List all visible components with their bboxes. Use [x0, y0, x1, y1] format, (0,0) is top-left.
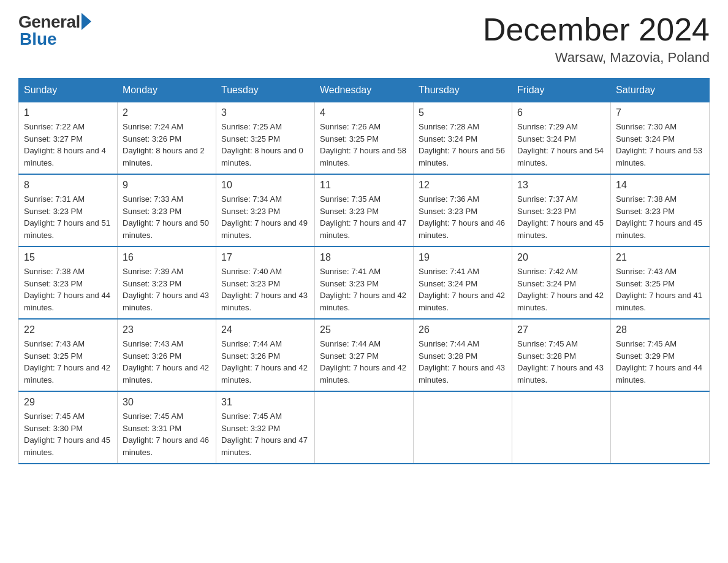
calendar-week-row: 15Sunrise: 7:38 AMSunset: 3:23 PMDayligh…: [19, 247, 710, 319]
calendar-week-row: 29Sunrise: 7:45 AMSunset: 3:30 PMDayligh…: [19, 391, 710, 464]
day-number: 18: [320, 252, 408, 263]
calendar-cell: 14Sunrise: 7:38 AMSunset: 3:23 PMDayligh…: [611, 174, 710, 247]
calendar-cell: 24Sunrise: 7:44 AMSunset: 3:26 PMDayligh…: [216, 319, 315, 391]
calendar-cell: 29Sunrise: 7:45 AMSunset: 3:30 PMDayligh…: [19, 391, 118, 464]
col-header-monday: Monday: [118, 79, 216, 102]
logo-blue-text: Blue: [20, 29, 57, 49]
calendar-cell: 15Sunrise: 7:38 AMSunset: 3:23 PMDayligh…: [19, 247, 118, 319]
calendar-cell: 27Sunrise: 7:45 AMSunset: 3:28 PMDayligh…: [512, 319, 611, 391]
day-number: 22: [24, 324, 112, 335]
calendar-cell: 11Sunrise: 7:35 AMSunset: 3:23 PMDayligh…: [315, 174, 414, 247]
calendar-cell: [512, 391, 611, 464]
calendar-cell: 30Sunrise: 7:45 AMSunset: 3:31 PMDayligh…: [118, 391, 216, 464]
day-info: Sunrise: 7:38 AMSunset: 3:23 PMDaylight:…: [616, 193, 704, 241]
day-number: 30: [123, 397, 211, 408]
day-number: 24: [221, 324, 309, 335]
day-number: 3: [221, 107, 309, 118]
day-number: 12: [419, 180, 507, 191]
day-number: 20: [517, 252, 605, 263]
day-number: 2: [123, 107, 211, 118]
day-number: 19: [419, 252, 507, 263]
calendar-cell: 21Sunrise: 7:43 AMSunset: 3:25 PMDayligh…: [611, 247, 710, 319]
day-info: Sunrise: 7:43 AMSunset: 3:26 PMDaylight:…: [123, 338, 211, 386]
day-info: Sunrise: 7:34 AMSunset: 3:23 PMDaylight:…: [221, 193, 309, 241]
calendar-cell: [315, 391, 414, 464]
day-number: 9: [123, 180, 211, 191]
calendar-cell: 31Sunrise: 7:45 AMSunset: 3:32 PMDayligh…: [216, 391, 315, 464]
day-info: Sunrise: 7:44 AMSunset: 3:26 PMDaylight:…: [221, 338, 309, 386]
day-number: 25: [320, 324, 408, 335]
calendar-cell: 16Sunrise: 7:39 AMSunset: 3:23 PMDayligh…: [118, 247, 216, 319]
day-number: 6: [517, 107, 605, 118]
calendar-cell: 18Sunrise: 7:41 AMSunset: 3:23 PMDayligh…: [315, 247, 414, 319]
calendar-cell: 23Sunrise: 7:43 AMSunset: 3:26 PMDayligh…: [118, 319, 216, 391]
day-number: 10: [221, 180, 309, 191]
day-info: Sunrise: 7:36 AMSunset: 3:23 PMDaylight:…: [419, 193, 507, 241]
calendar-cell: 6Sunrise: 7:29 AMSunset: 3:24 PMDaylight…: [512, 102, 611, 175]
day-number: 4: [320, 107, 408, 118]
calendar-cell: 4Sunrise: 7:26 AMSunset: 3:25 PMDaylight…: [315, 102, 414, 175]
calendar-cell: 13Sunrise: 7:37 AMSunset: 3:23 PMDayligh…: [512, 174, 611, 247]
calendar-cell: 8Sunrise: 7:31 AMSunset: 3:23 PMDaylight…: [19, 174, 118, 247]
month-title: December 2024: [483, 12, 710, 47]
calendar-table: SundayMondayTuesdayWednesdayThursdayFrid…: [18, 78, 710, 464]
day-info: Sunrise: 7:29 AMSunset: 3:24 PMDaylight:…: [517, 121, 605, 169]
day-number: 1: [24, 107, 112, 118]
day-info: Sunrise: 7:22 AMSunset: 3:27 PMDaylight:…: [24, 121, 112, 169]
col-header-sunday: Sunday: [19, 79, 118, 102]
day-info: Sunrise: 7:33 AMSunset: 3:23 PMDaylight:…: [123, 193, 211, 241]
day-info: Sunrise: 7:40 AMSunset: 3:23 PMDaylight:…: [221, 266, 309, 313]
day-number: 17: [221, 252, 309, 263]
day-info: Sunrise: 7:26 AMSunset: 3:25 PMDaylight:…: [320, 121, 408, 169]
calendar-week-row: 22Sunrise: 7:43 AMSunset: 3:25 PMDayligh…: [19, 319, 710, 391]
calendar-cell: 25Sunrise: 7:44 AMSunset: 3:27 PMDayligh…: [315, 319, 414, 391]
day-info: Sunrise: 7:45 AMSunset: 3:31 PMDaylight:…: [123, 410, 211, 458]
day-info: Sunrise: 7:44 AMSunset: 3:28 PMDaylight:…: [419, 338, 507, 386]
day-number: 15: [24, 252, 112, 263]
calendar-cell: [414, 391, 512, 464]
calendar-cell: 19Sunrise: 7:41 AMSunset: 3:24 PMDayligh…: [414, 247, 512, 319]
day-number: 5: [419, 107, 507, 118]
calendar-cell: 10Sunrise: 7:34 AMSunset: 3:23 PMDayligh…: [216, 174, 315, 247]
logo-arrow-icon: [82, 13, 91, 30]
calendar-header-row: SundayMondayTuesdayWednesdayThursdayFrid…: [19, 79, 710, 102]
col-header-saturday: Saturday: [611, 79, 710, 102]
day-info: Sunrise: 7:38 AMSunset: 3:23 PMDaylight:…: [24, 266, 112, 313]
day-info: Sunrise: 7:45 AMSunset: 3:29 PMDaylight:…: [616, 338, 704, 386]
day-number: 26: [419, 324, 507, 335]
title-area: December 2024 Warsaw, Mazovia, Poland: [483, 12, 710, 66]
day-info: Sunrise: 7:28 AMSunset: 3:24 PMDaylight:…: [419, 121, 507, 169]
day-info: Sunrise: 7:35 AMSunset: 3:23 PMDaylight:…: [320, 193, 408, 241]
col-header-thursday: Thursday: [414, 79, 512, 102]
day-number: 23: [123, 324, 211, 335]
day-info: Sunrise: 7:45 AMSunset: 3:28 PMDaylight:…: [517, 338, 605, 386]
calendar-cell: 22Sunrise: 7:43 AMSunset: 3:25 PMDayligh…: [19, 319, 118, 391]
calendar-cell: 2Sunrise: 7:24 AMSunset: 3:26 PMDaylight…: [118, 102, 216, 175]
day-number: 13: [517, 180, 605, 191]
day-number: 28: [616, 324, 704, 335]
day-info: Sunrise: 7:31 AMSunset: 3:23 PMDaylight:…: [24, 193, 112, 241]
calendar-cell: 12Sunrise: 7:36 AMSunset: 3:23 PMDayligh…: [414, 174, 512, 247]
day-info: Sunrise: 7:30 AMSunset: 3:24 PMDaylight:…: [616, 121, 704, 169]
calendar-cell: 9Sunrise: 7:33 AMSunset: 3:23 PMDaylight…: [118, 174, 216, 247]
day-info: Sunrise: 7:44 AMSunset: 3:27 PMDaylight:…: [320, 338, 408, 386]
day-number: 7: [616, 107, 704, 118]
calendar-cell: 26Sunrise: 7:44 AMSunset: 3:28 PMDayligh…: [414, 319, 512, 391]
day-number: 27: [517, 324, 605, 335]
calendar-cell: 5Sunrise: 7:28 AMSunset: 3:24 PMDaylight…: [414, 102, 512, 175]
day-number: 21: [616, 252, 704, 263]
day-info: Sunrise: 7:41 AMSunset: 3:24 PMDaylight:…: [419, 266, 507, 313]
day-number: 14: [616, 180, 704, 191]
day-info: Sunrise: 7:42 AMSunset: 3:24 PMDaylight:…: [517, 266, 605, 313]
day-info: Sunrise: 7:41 AMSunset: 3:23 PMDaylight:…: [320, 266, 408, 313]
day-number: 11: [320, 180, 408, 191]
day-info: Sunrise: 7:45 AMSunset: 3:30 PMDaylight:…: [24, 410, 112, 458]
calendar-cell: 7Sunrise: 7:30 AMSunset: 3:24 PMDaylight…: [611, 102, 710, 175]
day-number: 29: [24, 397, 112, 408]
day-info: Sunrise: 7:24 AMSunset: 3:26 PMDaylight:…: [123, 121, 211, 169]
day-info: Sunrise: 7:43 AMSunset: 3:25 PMDaylight:…: [24, 338, 112, 386]
calendar-cell: 17Sunrise: 7:40 AMSunset: 3:23 PMDayligh…: [216, 247, 315, 319]
calendar-week-row: 1Sunrise: 7:22 AMSunset: 3:27 PMDaylight…: [19, 102, 710, 175]
calendar-cell: 3Sunrise: 7:25 AMSunset: 3:25 PMDaylight…: [216, 102, 315, 175]
page-header: General Blue December 2024 Warsaw, Mazov…: [18, 12, 710, 66]
